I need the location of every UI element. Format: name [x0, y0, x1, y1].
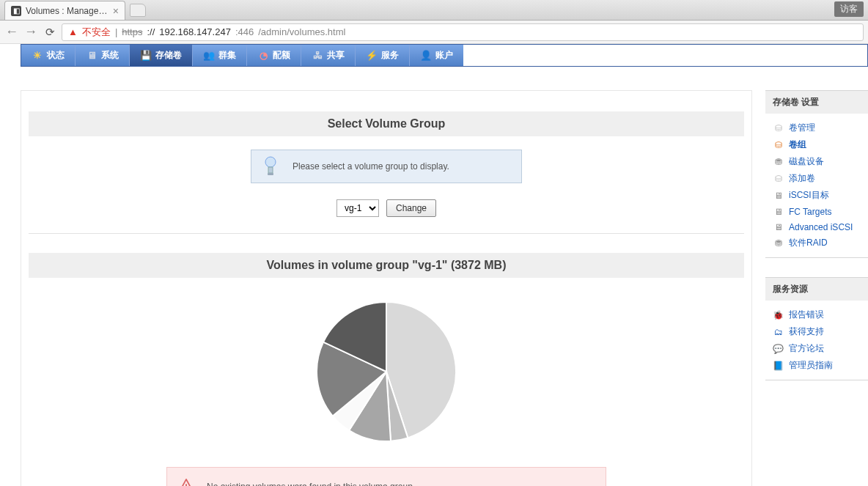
top-nav: ☀状态 🖥系统 💾存储卷 👥群集 ◔配额 🖧共享 ⚡服务 👤账户: [21, 44, 868, 67]
guest-badge: 访客: [834, 1, 864, 17]
info-icon: [262, 158, 279, 175]
sidebar-item[interactable]: ⛃磁盘设备: [773, 153, 861, 170]
nav-cluster[interactable]: 👥群集: [193, 45, 247, 66]
url-path: /admin/volumes.html: [258, 26, 345, 37]
sidebar-item[interactable]: 🖥FC Targets: [773, 204, 861, 219]
share-icon: 🖧: [312, 50, 323, 62]
cluster-icon: 👥: [203, 50, 215, 62]
services-icon: ⚡: [366, 50, 378, 62]
change-button[interactable]: Change: [386, 199, 436, 217]
sidebar-item-icon: ⛁: [773, 139, 784, 150]
volumes-title: Volumes in volume group "vg-1" (3872 MB): [29, 253, 744, 278]
separator: |: [115, 26, 117, 37]
divider: [29, 233, 744, 234]
sidebar-resources-box: 服务资源 🐞报告错误🗂获得支持💬官方论坛📘管理员指南: [765, 277, 868, 380]
address-bar[interactable]: ▲ 不安全 | https://192.168.147.247:446/admi…: [62, 23, 864, 41]
nav-label: 账户: [435, 49, 453, 62]
sidebar-item[interactable]: ⛁添加卷: [773, 170, 861, 187]
nav-label: 配额: [273, 49, 290, 62]
browser-tab-strip: ◧ Volumes : Manage Vol... × 访客: [0, 0, 868, 21]
sidebar-item[interactable]: 📘管理员指南: [773, 357, 861, 374]
sidebar-link[interactable]: 卷组: [789, 139, 806, 151]
sidebar-link[interactable]: FC Targets: [789, 207, 831, 217]
sidebar-item-icon: 🐞: [773, 309, 784, 320]
sidebar-item-icon: ⛁: [773, 173, 784, 184]
favicon-icon: ◧: [11, 6, 21, 16]
sidebar-link[interactable]: 官方论坛: [789, 342, 824, 355]
sidebar-link[interactable]: Advanced iSCSI: [789, 222, 853, 232]
nav-services[interactable]: ⚡服务: [356, 45, 410, 66]
nav-volumes[interactable]: 💾存储卷: [130, 45, 193, 66]
nav-accounts[interactable]: 👤账户: [410, 45, 463, 66]
svg-rect-2: [268, 173, 273, 175]
volumes-icon: 💾: [140, 50, 152, 62]
sidebar-link[interactable]: 卷管理: [789, 122, 815, 134]
url-port: :446: [235, 26, 254, 37]
sidebar-item-icon: 🖥: [773, 206, 784, 217]
sidebar-item-icon: ⛁: [773, 122, 784, 133]
pie-chart: [29, 291, 744, 467]
sidebar-link[interactable]: iSCSI目标: [789, 189, 829, 202]
nav-label: 服务: [381, 49, 399, 62]
vg-selector-row: vg-1 Change: [29, 199, 744, 217]
nav-status[interactable]: ☀状态: [21, 45, 76, 66]
sidebar-item[interactable]: 🖥Advanced iSCSI: [773, 219, 861, 235]
browser-tab[interactable]: ◧ Volumes : Manage Vol... ×: [4, 1, 125, 20]
sidebar-link[interactable]: 磁盘设备: [789, 155, 824, 168]
svg-point-0: [265, 157, 276, 167]
sidebar-item[interactable]: ⛁卷管理: [773, 119, 861, 136]
sidebar-settings-box: 存储卷 设置 ⛁卷管理⛁卷组⛃磁盘设备⛁添加卷🖥iSCSI目标🖥FC Targe…: [765, 90, 868, 258]
sidebar-item[interactable]: 🗂获得支持: [773, 323, 861, 340]
reload-button[interactable]: ⟳: [43, 25, 57, 40]
sidebar-item[interactable]: 🐞报告错误: [773, 306, 861, 323]
sidebar-link[interactable]: 添加卷: [789, 172, 815, 185]
main-panel: Select Volume Group Please select a volu…: [21, 90, 752, 486]
sidebar-link[interactable]: 软件RAID: [789, 237, 828, 249]
sidebar-item[interactable]: 🖥iSCSI目标: [773, 187, 861, 204]
sidebar-item-icon: ⛃: [773, 238, 784, 248]
vg-select[interactable]: vg-1: [336, 199, 379, 217]
new-tab-button[interactable]: [130, 4, 146, 17]
hint-text: Please select a volume group to display.: [293, 161, 449, 172]
warning-icon: ▲: [68, 26, 78, 37]
sidebar-link[interactable]: 获得支持: [789, 325, 824, 338]
back-button[interactable]: ←: [4, 25, 19, 40]
sidebar-item[interactable]: 💬官方论坛: [773, 340, 861, 357]
select-vg-title: Select Volume Group: [29, 111, 744, 136]
accounts-icon: 👤: [420, 50, 432, 62]
nav-system[interactable]: 🖥系统: [76, 45, 130, 66]
status-icon: ☀: [32, 50, 43, 62]
sidebar-item[interactable]: ⛁卷组: [773, 136, 861, 153]
sidebar-item-icon: 🖥: [773, 190, 784, 201]
browser-toolbar: ← → ⟳ ▲ 不安全 | https://192.168.147.247:44…: [0, 21, 868, 44]
not-secure-label: 不安全: [82, 26, 111, 39]
nav-quota[interactable]: ◔配额: [247, 45, 301, 66]
sidebar-item-icon: 🖥: [773, 221, 784, 232]
system-icon: 🖥: [86, 50, 98, 62]
nav-label: 存储卷: [155, 49, 182, 62]
forward-button[interactable]: →: [23, 25, 38, 40]
url-host: 192.168.147.247: [159, 26, 231, 37]
url-protocol: https: [122, 26, 142, 37]
sidebar-item-icon: 🗂: [773, 326, 784, 337]
hint-box: Please select a volume group to display.: [251, 150, 522, 183]
url-sep: ://: [147, 26, 155, 37]
nav-label: 状态: [47, 49, 65, 62]
nav-label: 群集: [218, 49, 236, 62]
sidebar-item-icon: 📘: [773, 360, 784, 371]
sidebar-item-icon: ⛃: [773, 156, 784, 167]
sidebar: 存储卷 设置 ⛁卷管理⛁卷组⛃磁盘设备⛁添加卷🖥iSCSI目标🖥FC Targe…: [765, 90, 868, 400]
nav-share[interactable]: 🖧共享: [301, 45, 356, 66]
sidebar-link[interactable]: 报告错误: [789, 309, 824, 321]
sidebar-settings-title: 存储卷 设置: [765, 91, 868, 114]
close-icon[interactable]: ×: [113, 5, 119, 17]
warning-triangle-icon: [177, 478, 195, 486]
sidebar-item[interactable]: ⛃软件RAID: [773, 235, 861, 251]
quota-icon: ◔: [257, 50, 269, 62]
svg-rect-1: [268, 167, 273, 173]
no-volumes-warning: No existing volumes were found in this v…: [166, 467, 606, 486]
no-volumes-text: No existing volumes were found in this v…: [207, 482, 415, 486]
nav-label: 系统: [101, 49, 119, 62]
nav-label: 共享: [327, 49, 345, 62]
sidebar-link[interactable]: 管理员指南: [789, 359, 833, 372]
